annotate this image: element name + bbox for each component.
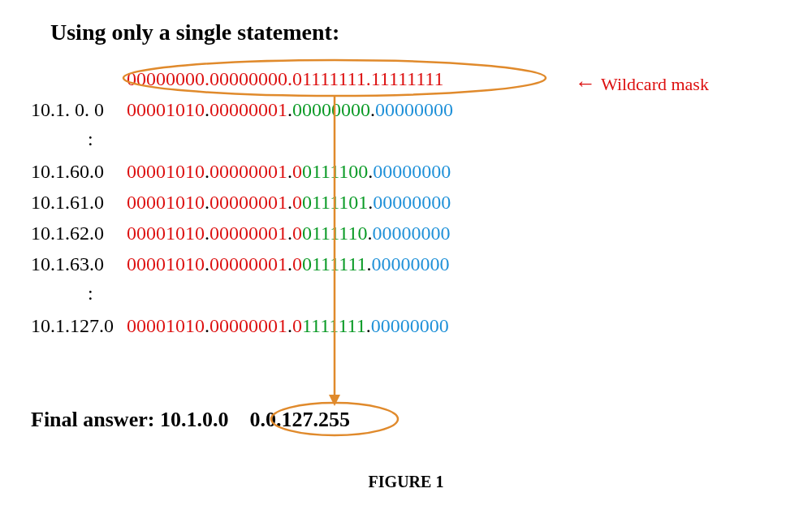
octet3-head: 0 bbox=[292, 161, 302, 182]
octet1: 00001010 bbox=[127, 192, 205, 213]
vertical-dots-icon: : bbox=[88, 128, 93, 150]
address-row: 10.1.127.0 00001010.00000001.01111111.00… bbox=[31, 315, 449, 337]
final-wildcard-mask: 0.0.127.255 bbox=[249, 408, 350, 431]
octet3-tail: 0111111 bbox=[302, 253, 367, 274]
address-row: 10.1.63.0 00001010.00000001.00111111.000… bbox=[31, 253, 450, 275]
octet4: 00000000 bbox=[372, 223, 450, 244]
wildcard-mask-binary: 00000000.00000000.01111111.11111111 bbox=[127, 68, 443, 89]
diagram-title: Using only a single statement: bbox=[50, 19, 339, 45]
octet2: 00000001 bbox=[209, 161, 287, 182]
wildcard-mask-row: 00000000.00000000.01111111.11111111 bbox=[31, 68, 443, 90]
ip-address: 10.1.127.0 bbox=[31, 315, 122, 337]
figure-label: FIGURE 1 bbox=[0, 473, 812, 491]
octet3-tail: 0111110 bbox=[302, 223, 367, 244]
arrow-left-icon: ← bbox=[575, 71, 596, 95]
octet3-head: 0 bbox=[292, 223, 302, 244]
octet3-tail: 1111111 bbox=[302, 315, 366, 336]
octet2: 00000001 bbox=[209, 253, 287, 274]
ip-address: 10.1.61.0 bbox=[31, 192, 122, 214]
address-row: 10.1.62.0 00001010.00000001.00111110.000… bbox=[31, 223, 450, 244]
octet2: 00000001 bbox=[209, 192, 287, 213]
octet3-head: 0 bbox=[292, 315, 302, 336]
octet2: 00000001 bbox=[209, 315, 287, 336]
vertical-dots-icon: : bbox=[88, 283, 93, 305]
octet1: 00001010 bbox=[127, 223, 205, 244]
octet1: 00001010 bbox=[127, 315, 205, 336]
octet1: 00001010 bbox=[127, 99, 205, 120]
final-network: 10.1.0.0 bbox=[160, 408, 229, 431]
octet3-head: 0 bbox=[292, 99, 302, 120]
octet1: 00001010 bbox=[127, 253, 205, 274]
octet4: 00000000 bbox=[371, 315, 449, 336]
octet3-head: 0 bbox=[292, 192, 302, 213]
octet4: 00000000 bbox=[372, 253, 450, 274]
octet3-tail: 0111101 bbox=[302, 192, 368, 213]
address-row: 10.1.61.0 00001010.00000001.00111101.000… bbox=[31, 192, 451, 214]
octet2: 00000001 bbox=[209, 223, 287, 244]
octet4: 00000000 bbox=[373, 161, 451, 182]
ip-address: 10.1. 0. 0 bbox=[31, 99, 122, 121]
ip-address: 10.1.60.0 bbox=[31, 161, 122, 183]
wildcard-mask-label-group: ←Wildcard mask bbox=[575, 71, 709, 96]
octet3-tail: 0111100 bbox=[302, 161, 368, 182]
octet3-tail: 0000000 bbox=[302, 99, 370, 120]
address-row: 10.1. 0. 0 00001010.00000001.00000000.00… bbox=[31, 99, 453, 121]
octet4: 00000000 bbox=[373, 192, 451, 213]
octet2: 00000001 bbox=[209, 99, 287, 120]
address-row: 10.1.60.0 00001010.00000001.00111100.000… bbox=[31, 161, 451, 183]
final-answer-row: Final answer: 10.1.0.0 0.0.127.255 bbox=[31, 408, 350, 432]
arrow-head-icon bbox=[329, 395, 340, 406]
octet4: 00000000 bbox=[375, 99, 453, 120]
ip-address: 10.1.63.0 bbox=[31, 253, 122, 275]
final-answer-label: Final answer: bbox=[31, 408, 160, 431]
octet3-head: 0 bbox=[292, 253, 302, 274]
ip-address: 10.1.62.0 bbox=[31, 223, 122, 244]
octet1: 00001010 bbox=[127, 161, 205, 182]
wildcard-mask-label: Wildcard mask bbox=[601, 74, 709, 94]
